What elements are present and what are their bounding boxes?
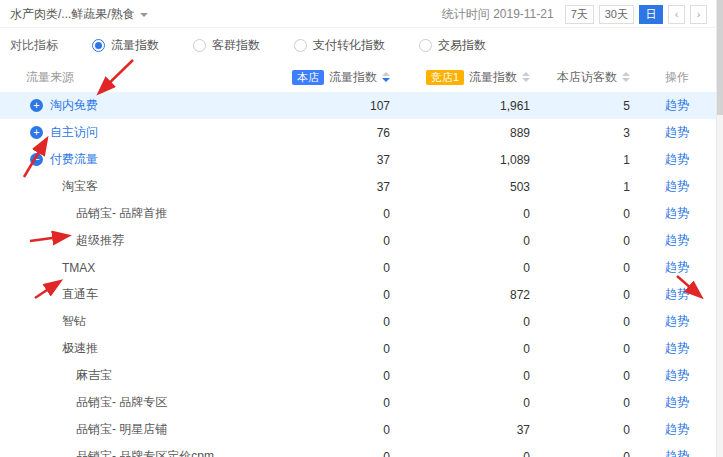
trend-link[interactable]: 趋势 [665,287,689,301]
visitors-value: 0 [530,288,630,302]
visitors-value: 1 [530,180,630,194]
col-shop-index: 本店 流量指数 [270,69,390,86]
source-name-cell: 智钻 [0,313,270,330]
analytics-page: 水产肉类/...鲜蔬果/熟食 统计时间 2019-11-21 7天 30天 日 … [0,0,723,457]
table-row[interactable]: 直通车 0 872 0 趋势 [0,281,723,308]
category-label: 水产肉类/...鲜蔬果/熟食 [10,6,135,23]
scrollbar-thumb[interactable] [717,0,723,115]
trend-link[interactable]: 趋势 [665,233,689,247]
trend-link[interactable]: 趋势 [665,260,689,274]
prev-day-button[interactable]: ‹ [668,5,685,24]
source-name: 麻吉宝 [76,367,112,384]
rival-index-value: 37 [390,423,530,437]
source-name-cell: 品销宝- 品牌首推 [0,205,270,222]
table-row[interactable]: − 付费流量 37 1,089 1 趋势 [0,146,723,173]
next-day-button[interactable]: › [690,5,707,24]
radio-conversion-index[interactable]: 支付转化指数 [294,37,385,54]
source-name-cell: 品销宝- 品牌专区定价cpm [0,448,270,457]
trend-link[interactable]: 趋势 [665,395,689,409]
source-name: 品销宝- 品牌专区 [76,394,167,411]
table-row[interactable]: + 淘内免费 107 1,961 5 趋势 [0,92,723,119]
range-7d-button[interactable]: 7天 [565,5,594,24]
trend-link[interactable]: 趋势 [665,98,689,112]
table-row[interactable]: + 自主访问 76 889 3 趋势 [0,119,723,146]
trend-link[interactable]: 趋势 [665,422,689,436]
range-day-button[interactable]: 日 [639,5,663,24]
sort-shop-index[interactable] [382,72,390,82]
source-name: 超级推荐 [76,232,124,249]
source-name-cell: 麻吉宝 [0,367,270,384]
rival-index-value: 0 [390,450,530,457]
trend-link[interactable]: 趋势 [665,449,689,457]
source-name: 直通车 [62,286,98,303]
col-action: 操作 [630,69,723,86]
radio-icon [419,39,432,52]
col-source: 流量来源 [0,69,270,86]
traffic-source-table: 流量来源 本店 流量指数 竞店1 流量指数 本店访客数 操作 + 淘内免费 [0,62,723,457]
table-row[interactable]: 品销宝- 品牌首推 0 0 0 趋势 [0,200,723,227]
radio-customer-index[interactable]: 客群指数 [193,37,260,54]
shop-index-value: 0 [270,369,390,383]
compare-metric-label: 对比指标 [10,37,58,54]
time-controls: 统计时间 2019-11-21 7天 30天 日 ‹ › [442,5,707,24]
col-rival-index: 竞店1 流量指数 [390,69,530,86]
rival-index-value: 1,089 [390,153,530,167]
visitors-value: 5 [530,99,630,113]
source-name: 自主访问 [50,124,98,141]
source-name: 品销宝- 品牌首推 [76,205,167,222]
trend-link[interactable]: 趋势 [665,206,689,220]
table-row[interactable]: 麻吉宝 0 0 0 趋势 [0,362,723,389]
rival-badge: 竞店1 [426,70,464,85]
trend-link[interactable]: 趋势 [665,125,689,139]
rival-index-value: 0 [390,234,530,248]
source-name-cell: 淘宝客 [0,178,270,195]
shop-index-value: 0 [270,288,390,302]
expand-icon[interactable]: + [30,99,43,112]
table-row[interactable]: 极速推 0 0 0 趋势 [0,335,723,362]
table-row[interactable]: 超级推荐 0 0 0 趋势 [0,227,723,254]
source-name-cell: 品销宝- 明星店铺 [0,421,270,438]
source-name: 品销宝- 明星店铺 [76,421,167,438]
table-row[interactable]: 品销宝- 明星店铺 0 37 0 趋势 [0,416,723,443]
radio-icon [193,39,206,52]
rival-index-value: 0 [390,396,530,410]
trend-link[interactable]: 趋势 [665,314,689,328]
source-name: 淘宝客 [62,178,98,195]
visitors-value: 1 [530,153,630,167]
vertical-scrollbar[interactable] [716,0,723,457]
source-name-cell: + 自主访问 [0,124,270,141]
source-name-cell: 直通车 [0,286,270,303]
radio-traffic-index[interactable]: 流量指数 [92,37,159,54]
table-row[interactable]: 智钻 0 0 0 趋势 [0,308,723,335]
rival-index-value: 0 [390,315,530,329]
rival-index-value: 0 [390,342,530,356]
visitors-value: 0 [530,423,630,437]
radio-trade-index[interactable]: 交易指数 [419,37,486,54]
trend-link[interactable]: 趋势 [665,179,689,193]
col-visitors: 本店访客数 [530,69,630,86]
rival-index-value: 1,961 [390,99,530,113]
rival-index-value: 0 [390,207,530,221]
stat-time-label: 统计时间 2019-11-21 [442,6,554,23]
expand-icon[interactable]: + [30,126,43,139]
shop-index-value: 0 [270,261,390,275]
table-row[interactable]: 品销宝- 品牌专区定价cpm 0 0 0 趋势 [0,443,723,457]
visitors-value: 0 [530,234,630,248]
trend-link[interactable]: 趋势 [665,341,689,355]
sort-visitors[interactable] [622,72,630,82]
source-name: 智钻 [62,313,86,330]
trend-link[interactable]: 趋势 [665,152,689,166]
source-name: 极速推 [62,340,98,357]
sort-rival-index[interactable] [522,72,530,82]
table-body: + 淘内免费 107 1,961 5 趋势 + 自主访问 76 889 3 趋势… [0,92,723,457]
expand-icon[interactable]: − [30,153,43,166]
table-row[interactable]: 品销宝- 品牌专区 0 0 0 趋势 [0,389,723,416]
trend-link[interactable]: 趋势 [665,368,689,382]
table-row[interactable]: TMAX 0 0 0 趋势 [0,254,723,281]
shop-index-value: 107 [270,99,390,113]
shop-index-value: 0 [270,396,390,410]
table-row[interactable]: 淘宝客 37 503 1 趋势 [0,173,723,200]
source-name: 淘内免费 [50,97,98,114]
range-30d-button[interactable]: 30天 [599,5,634,24]
category-selector[interactable]: 水产肉类/...鲜蔬果/熟食 [10,6,148,23]
